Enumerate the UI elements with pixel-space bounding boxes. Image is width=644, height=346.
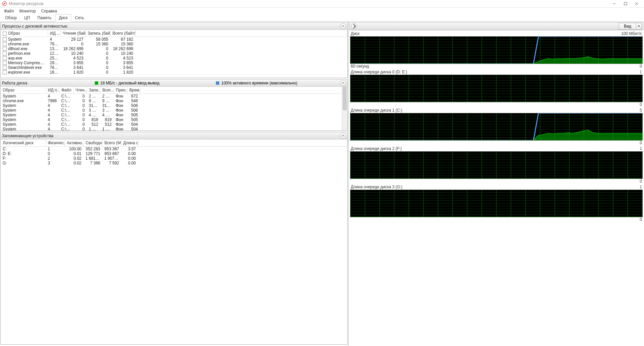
table-row[interactable]: Memory Compression29323 85503 855	[1, 61, 347, 65]
expand-left-icon[interactable]	[351, 23, 357, 29]
chart-block: Длина очереди диска 0 (D: E:)1 0	[350, 69, 643, 107]
row-checkbox[interactable]	[3, 42, 7, 46]
section-processes: Процессы с дисковой активностью Образ ИД…	[0, 22, 348, 78]
table-row[interactable]: System4C:\Pr...031 32231 322Фон506	[1, 103, 347, 108]
view-dropdown-icon[interactable]	[636, 23, 642, 30]
col-pid[interactable]: ИД ...	[48, 30, 61, 37]
row-checkbox[interactable]	[3, 70, 7, 74]
section-processes-header[interactable]: Процессы с дисковой активностью	[1, 23, 347, 30]
titlebar[interactable]: Монитор ресурсов	[0, 0, 644, 8]
col-queue[interactable]: Длина о...	[121, 140, 138, 146]
table-row[interactable]: System4C:\Pr...03 5273 527Фон506	[1, 108, 347, 113]
col-file[interactable]: Файл	[59, 87, 73, 93]
table-row[interactable]: D: E:00.01129 771953 8670.00	[1, 151, 347, 156]
table-row[interactable]: System429 12758 05587 182	[1, 37, 347, 42]
table-row[interactable]: System4C:\W...01 3651 365Фон504	[1, 127, 347, 131]
table-row[interactable]: explorer.exe160...1 82001 820	[1, 70, 347, 75]
view-button[interactable]: Вид	[619, 23, 636, 30]
row-checkbox[interactable]	[3, 51, 7, 55]
right-panel: Вид Диск100 Мбит/с 60 секунд0 Длина очер…	[348, 22, 644, 346]
col-write[interactable]: Запись (байт/с)	[85, 30, 110, 37]
chart-canvas	[350, 36, 643, 64]
table-row[interactable]: System4C:\W...0819819Фон505	[1, 117, 347, 122]
vertical-scrollbar[interactable]	[342, 87, 347, 130]
table-row[interactable]: System4C:\Us...04 0964 096Фон505	[1, 113, 347, 117]
chart-title: Длина очереди диска 0 (D: E:)	[351, 70, 407, 74]
tab-memory[interactable]: Память	[34, 14, 55, 21]
menubar: Файл Монитор Справка	[0, 8, 644, 14]
table-row[interactable]: System4C:\W...0512512Фон504	[1, 122, 347, 127]
col-total[interactable]: Всего (МБ)	[102, 140, 121, 146]
table-row[interactable]: avp.exe25324 52304 523	[1, 56, 347, 61]
row-checkbox[interactable]	[3, 66, 7, 70]
chart-left-footer: 60 секунд	[351, 64, 369, 69]
row-checkbox[interactable]	[3, 47, 7, 51]
section-disk-activity-header[interactable]: Работа диска 18 МБ/с - дисковый ввод-выв…	[1, 79, 347, 87]
chart-max: 5	[640, 108, 642, 113]
row-checkbox[interactable]	[3, 37, 7, 41]
table-row[interactable]: chrome.exe7996015 36015 360	[1, 42, 347, 46]
table-header-row[interactable]: Образ ИД п... Файл Чтен... Запи... Всег.…	[1, 87, 347, 93]
checkbox-all[interactable]	[3, 32, 7, 36]
table-row[interactable]: F:20.021 681 7331 907 4940.00	[1, 156, 347, 161]
col-read[interactable]: Чтен...	[73, 87, 87, 93]
chart-right-footer: 0	[640, 217, 642, 222]
chart-right-footer: 0	[640, 179, 642, 184]
legend-io-text: 18 МБ/с - дисковый ввод-вывод	[100, 81, 159, 85]
resource-monitor-window: Монитор ресурсов Файл Монитор Справка Об…	[0, 0, 644, 346]
section-storage-title: Запоминающие устройства	[2, 133, 53, 138]
col-total[interactable]: Всег...	[100, 87, 114, 93]
table-row[interactable]: G:30.027 3667 5920.00	[1, 161, 347, 165]
chart-right-footer: 0	[640, 141, 642, 145]
minimize-button[interactable]	[609, 0, 620, 7]
section-storage-header[interactable]: Запоминающие устройства	[1, 132, 347, 140]
table-header-row[interactable]: Образ ИД ... Чтение (байт/с) Запись (бай…	[1, 30, 347, 37]
col-logical[interactable]: Логический диск	[1, 140, 46, 146]
app-icon	[2, 1, 7, 6]
col-read[interactable]: Чтение (байт/с)	[61, 30, 85, 37]
chart-canvas	[350, 190, 643, 217]
chart-title: Диск	[351, 31, 359, 36]
table-row[interactable]: SearchIndexer.exe76723 64103 641	[1, 65, 347, 70]
tab-disk[interactable]: Диск	[55, 14, 71, 22]
col-image[interactable]: Образ	[1, 87, 46, 93]
col-image[interactable]: Образ	[1, 30, 48, 37]
menu-file[interactable]: Файл	[1, 8, 17, 14]
menu-help[interactable]: Справка	[38, 8, 60, 14]
col-pid[interactable]: ИД п...	[46, 87, 59, 93]
section-storage: Запоминающие устройства Логический диск …	[0, 132, 348, 345]
table-row[interactable]: chrome.exe7996C:\Us...09 3629 362Фон548	[1, 99, 347, 103]
tab-cpu[interactable]: ЦП	[21, 14, 34, 21]
row-checkbox[interactable]	[3, 56, 7, 60]
section-disk-activity-title: Работа диска	[2, 81, 27, 85]
chart-canvas	[350, 75, 643, 102]
col-total[interactable]: Всего (байт/с)	[110, 30, 135, 37]
tab-network[interactable]: Сеть	[71, 14, 88, 21]
col-active[interactable]: Активно...	[65, 140, 83, 146]
close-button[interactable]	[631, 0, 642, 7]
table-header-row[interactable]: Логический диск Физичес... Активно... Св…	[1, 140, 347, 146]
chart-canvas	[350, 113, 643, 141]
col-prio[interactable]: Прио...	[114, 87, 127, 93]
disk-activity-table: Образ ИД п... Файл Чтен... Запи... Всег.…	[1, 87, 347, 130]
table-row[interactable]: perfmon.exe124...10 240010 240	[1, 51, 347, 56]
table-row[interactable]: System4C:\Us...02 7312 731Фон672	[1, 93, 347, 99]
chart-block: Диск100 Мбит/с 60 секунд0	[350, 31, 643, 69]
tab-overview[interactable]: Обзор	[1, 14, 21, 21]
legend-green-icon	[95, 81, 98, 85]
row-checkbox[interactable]	[3, 61, 7, 65]
col-physical[interactable]: Физичес...	[46, 140, 65, 146]
collapse-icon[interactable]	[340, 133, 346, 139]
menu-monitor[interactable]: Монитор	[17, 8, 39, 14]
chart-block: Длина очереди диска 3 (G:)1 0	[350, 184, 643, 222]
col-time[interactable]: Врем...	[127, 87, 140, 93]
collapse-icon[interactable]	[340, 23, 346, 29]
table-row[interactable]: dllhost.exe136...18 262 699018 262 699	[1, 46, 347, 51]
collapse-icon[interactable]	[340, 80, 346, 86]
tabbar: Обзор ЦП Память Диск Сеть	[0, 14, 644, 22]
chart-max: 1	[640, 146, 642, 151]
maximize-button[interactable]	[620, 0, 631, 7]
col-write[interactable]: Запи...	[87, 87, 100, 93]
table-row[interactable]: C:1100.00352 283953 3673.57	[1, 146, 347, 151]
col-free[interactable]: Свободн...	[83, 140, 102, 146]
